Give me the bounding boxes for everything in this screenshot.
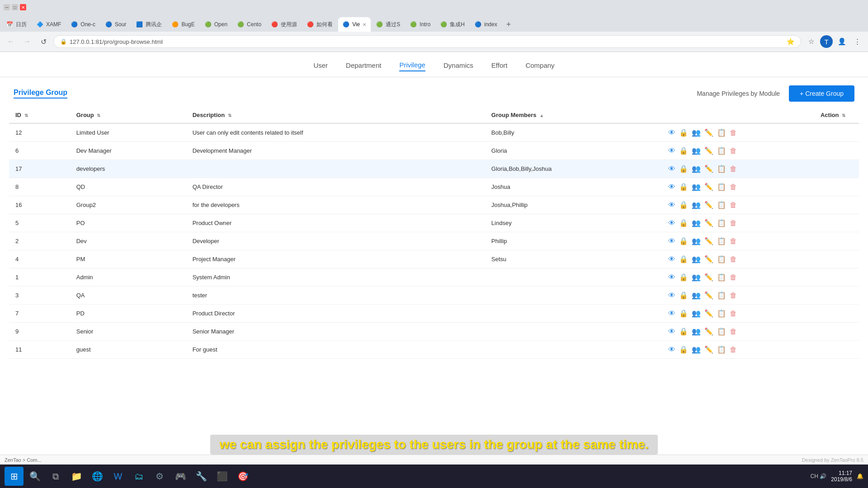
- users-icon[interactable]: 👥: [692, 327, 701, 336]
- view-icon[interactable]: 👁: [668, 183, 675, 191]
- copy-icon[interactable]: 📋: [717, 128, 726, 137]
- tab-12[interactable]: 🟢Intro: [406, 17, 435, 32]
- delete-icon[interactable]: 🗑: [730, 237, 737, 245]
- users-icon[interactable]: 👥: [692, 345, 701, 354]
- tab-11[interactable]: 🟢通过S: [372, 17, 405, 32]
- tab-1[interactable]: 🔷XAMF: [32, 17, 66, 32]
- create-group-button[interactable]: + Create Group: [789, 85, 854, 102]
- edit-icon[interactable]: ✏️: [704, 237, 713, 245]
- delete-icon[interactable]: 🗑: [730, 219, 737, 227]
- manage-privileges-link[interactable]: Manage Privileges by Module: [697, 90, 780, 97]
- lock-icon[interactable]: 🔒: [679, 327, 688, 336]
- delete-icon[interactable]: 🗑: [730, 147, 737, 155]
- edit-icon[interactable]: ✏️: [704, 327, 713, 336]
- tab-2[interactable]: 🔵One-c: [66, 17, 100, 32]
- copy-icon[interactable]: 📋: [717, 183, 726, 191]
- edit-icon[interactable]: ✏️: [704, 183, 713, 191]
- copy-icon[interactable]: 📋: [717, 273, 726, 282]
- forward-btn[interactable]: →: [21, 35, 33, 48]
- copy-icon[interactable]: 📋: [717, 164, 726, 173]
- tab-3[interactable]: 🔵Sour: [101, 17, 131, 32]
- view-icon[interactable]: 👁: [668, 310, 675, 318]
- nav-privilege[interactable]: Privilege: [399, 59, 425, 71]
- copy-icon[interactable]: 📋: [717, 255, 726, 263]
- delete-icon[interactable]: 🗑: [730, 129, 737, 137]
- view-icon[interactable]: 👁: [668, 273, 675, 282]
- view-icon[interactable]: 👁: [668, 328, 675, 336]
- copy-icon[interactable]: 📋: [717, 345, 726, 354]
- edit-icon[interactable]: ✏️: [704, 201, 713, 209]
- back-btn[interactable]: ←: [5, 35, 17, 48]
- taskbar-search[interactable]: 🔍: [25, 467, 44, 486]
- delete-icon[interactable]: 🗑: [730, 201, 737, 209]
- edit-icon[interactable]: ✏️: [704, 345, 713, 354]
- users-icon[interactable]: 👥: [692, 237, 701, 245]
- view-icon[interactable]: 👁: [668, 237, 675, 245]
- lock-icon[interactable]: 🔒: [679, 237, 688, 245]
- lock-icon[interactable]: 🔒: [679, 273, 688, 282]
- url-bar[interactable]: 🔒 127.0.0.1:81/pro/group-browse.html ⭐: [53, 35, 801, 48]
- reload-btn[interactable]: ↺: [37, 35, 50, 48]
- view-icon[interactable]: 👁: [668, 147, 675, 155]
- copy-icon[interactable]: 📋: [717, 146, 726, 155]
- bookmark-btn[interactable]: ☆: [805, 35, 817, 48]
- view-icon[interactable]: 👁: [668, 129, 675, 137]
- close-btn[interactable]: ✕: [20, 4, 26, 10]
- users-icon[interactable]: 👥: [692, 128, 701, 137]
- users-icon[interactable]: 👥: [692, 291, 701, 300]
- edit-icon[interactable]: ✏️: [704, 291, 713, 300]
- taskbar-game[interactable]: 🎯: [233, 467, 252, 486]
- copy-icon[interactable]: 📋: [717, 237, 726, 245]
- nav-user[interactable]: User: [313, 60, 328, 71]
- lock-icon[interactable]: 🔒: [679, 146, 688, 155]
- edit-icon[interactable]: ✏️: [704, 128, 713, 137]
- edit-icon[interactable]: ✏️: [704, 273, 713, 282]
- delete-icon[interactable]: 🗑: [730, 291, 737, 300]
- view-icon[interactable]: 👁: [668, 255, 675, 263]
- copy-icon[interactable]: 📋: [717, 291, 726, 300]
- taskbar-taskview[interactable]: ⧉: [46, 467, 65, 486]
- lock-icon[interactable]: 🔒: [679, 201, 688, 209]
- taskbar-start[interactable]: ⊞: [5, 467, 24, 486]
- lock-icon[interactable]: 🔒: [679, 345, 688, 354]
- lock-icon[interactable]: 🔒: [679, 128, 688, 137]
- maximize-btn[interactable]: □: [12, 4, 18, 10]
- taskbar-explorer[interactable]: 🗂: [129, 467, 148, 486]
- lock-icon[interactable]: 🔒: [679, 164, 688, 173]
- delete-icon[interactable]: 🗑: [730, 183, 737, 191]
- nav-effort[interactable]: Effort: [491, 60, 508, 71]
- col-id[interactable]: ID ⇅: [9, 107, 70, 123]
- users-icon[interactable]: 👥: [692, 164, 701, 173]
- view-icon[interactable]: 👁: [668, 201, 675, 209]
- users-icon[interactable]: 👥: [692, 201, 701, 209]
- menu-btn[interactable]: ⋮: [851, 35, 863, 48]
- taskbar-file[interactable]: 📁: [67, 467, 86, 486]
- tab-8[interactable]: 🔴使用源: [267, 17, 302, 32]
- delete-icon[interactable]: 🗑: [730, 165, 737, 173]
- taskbar-chrome[interactable]: 🌐: [88, 467, 107, 486]
- taskbar-notification[interactable]: 🔔: [857, 473, 863, 479]
- tab-14[interactable]: 🔵index: [470, 17, 502, 32]
- delete-icon[interactable]: 🗑: [730, 310, 737, 318]
- edit-icon[interactable]: ✏️: [704, 164, 713, 173]
- edit-icon[interactable]: ✏️: [704, 146, 713, 155]
- view-icon[interactable]: 👁: [668, 291, 675, 300]
- tab-5[interactable]: 🟠BugE: [167, 17, 199, 32]
- copy-icon[interactable]: 📋: [717, 309, 726, 318]
- col-group[interactable]: Group ⇅: [70, 107, 186, 123]
- minimize-btn[interactable]: ─: [4, 4, 10, 10]
- tab-close-icon[interactable]: ✕: [363, 22, 366, 27]
- taskbar-gamepad[interactable]: 🎮: [171, 467, 190, 486]
- view-icon[interactable]: 👁: [668, 346, 675, 354]
- taskbar-terminal[interactable]: ⬛: [212, 467, 231, 486]
- users-icon[interactable]: 👥: [692, 219, 701, 227]
- copy-icon[interactable]: 📋: [717, 219, 726, 227]
- nav-company[interactable]: Company: [525, 60, 554, 71]
- col-description[interactable]: Description ⇅: [186, 107, 485, 123]
- lock-icon[interactable]: 🔒: [679, 183, 688, 191]
- taskbar-settings[interactable]: ⚙: [150, 467, 169, 486]
- extensions-btn[interactable]: T: [820, 35, 833, 48]
- lock-icon[interactable]: 🔒: [679, 219, 688, 227]
- view-icon[interactable]: 👁: [668, 165, 675, 173]
- tab-9[interactable]: 🔴如何看: [302, 17, 337, 32]
